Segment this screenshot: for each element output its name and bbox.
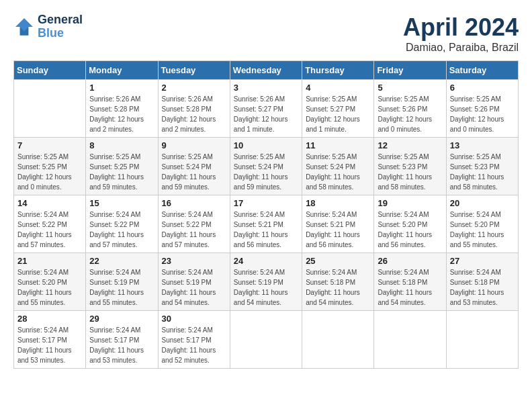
day-detail: Sunrise: 5:24 AMSunset: 5:18 PMDaylight:… — [306, 267, 370, 308]
day-cell: 23Sunrise: 5:24 AMSunset: 5:19 PMDayligh… — [158, 253, 230, 311]
day-number: 2 — [162, 83, 226, 93]
day-number: 19 — [378, 198, 442, 208]
day-cell: 22Sunrise: 5:24 AMSunset: 5:19 PMDayligh… — [86, 253, 158, 311]
day-detail: Sunrise: 5:25 AMSunset: 5:23 PMDaylight:… — [450, 152, 515, 192]
day-detail: Sunrise: 5:26 AMSunset: 5:28 PMDaylight:… — [89, 94, 154, 134]
day-number: 23 — [162, 256, 226, 266]
day-number: 12 — [378, 140, 442, 150]
day-cell — [230, 311, 302, 369]
day-number: 6 — [450, 83, 515, 93]
week-row-5: 28Sunrise: 5:24 AMSunset: 5:17 PMDayligh… — [14, 311, 519, 369]
day-cell: 25Sunrise: 5:24 AMSunset: 5:18 PMDayligh… — [302, 253, 374, 311]
day-detail: Sunrise: 5:25 AMSunset: 5:27 PMDaylight:… — [306, 94, 370, 134]
day-number: 1 — [89, 83, 154, 93]
header-row: SundayMondayTuesdayWednesdayThursdayFrid… — [14, 61, 519, 80]
day-cell: 1Sunrise: 5:26 AMSunset: 5:28 PMDaylight… — [86, 80, 158, 138]
day-number: 9 — [162, 140, 226, 150]
day-number: 25 — [306, 256, 370, 266]
day-detail: Sunrise: 5:25 AMSunset: 5:23 PMDaylight:… — [378, 152, 442, 192]
day-cell: 24Sunrise: 5:24 AMSunset: 5:19 PMDayligh… — [230, 253, 302, 311]
day-detail: Sunrise: 5:24 AMSunset: 5:20 PMDaylight:… — [450, 210, 515, 250]
day-number: 27 — [450, 256, 515, 266]
day-detail: Sunrise: 5:24 AMSunset: 5:19 PMDaylight:… — [234, 267, 298, 308]
day-cell: 27Sunrise: 5:24 AMSunset: 5:18 PMDayligh… — [446, 253, 518, 311]
day-number: 28 — [17, 314, 82, 324]
day-detail: Sunrise: 5:24 AMSunset: 5:21 PMDaylight:… — [234, 210, 298, 250]
day-cell: 17Sunrise: 5:24 AMSunset: 5:21 PMDayligh… — [230, 195, 302, 253]
day-cell: 13Sunrise: 5:25 AMSunset: 5:23 PMDayligh… — [446, 138, 518, 195]
day-detail: Sunrise: 5:24 AMSunset: 5:22 PMDaylight:… — [17, 210, 82, 250]
day-cell — [374, 311, 446, 369]
day-cell — [14, 80, 86, 138]
day-cell: 19Sunrise: 5:24 AMSunset: 5:20 PMDayligh… — [374, 195, 446, 253]
day-cell: 29Sunrise: 5:24 AMSunset: 5:17 PMDayligh… — [86, 311, 158, 369]
day-cell: 7Sunrise: 5:25 AMSunset: 5:25 PMDaylight… — [14, 138, 86, 195]
day-detail: Sunrise: 5:26 AMSunset: 5:27 PMDaylight:… — [234, 94, 298, 134]
day-cell: 3Sunrise: 5:26 AMSunset: 5:27 PMDaylight… — [230, 80, 302, 138]
logo-line2: Blue — [38, 27, 83, 40]
day-cell: 2Sunrise: 5:26 AMSunset: 5:28 PMDaylight… — [158, 80, 230, 138]
day-cell: 6Sunrise: 5:25 AMSunset: 5:26 PMDaylight… — [446, 80, 518, 138]
day-detail: Sunrise: 5:25 AMSunset: 5:24 PMDaylight:… — [306, 152, 370, 192]
day-number: 5 — [378, 83, 442, 93]
header-tuesday: Tuesday — [158, 61, 230, 80]
day-detail: Sunrise: 5:24 AMSunset: 5:21 PMDaylight:… — [306, 210, 370, 250]
day-detail: Sunrise: 5:24 AMSunset: 5:19 PMDaylight:… — [162, 267, 226, 308]
day-detail: Sunrise: 5:24 AMSunset: 5:20 PMDaylight:… — [17, 267, 82, 308]
day-number: 26 — [378, 256, 442, 266]
day-cell — [302, 311, 374, 369]
header-wednesday: Wednesday — [230, 61, 302, 80]
day-detail: Sunrise: 5:25 AMSunset: 5:26 PMDaylight:… — [450, 94, 515, 134]
day-cell: 21Sunrise: 5:24 AMSunset: 5:20 PMDayligh… — [14, 253, 86, 311]
day-detail: Sunrise: 5:25 AMSunset: 5:25 PMDaylight:… — [89, 152, 154, 192]
day-number: 8 — [89, 140, 154, 150]
day-cell: 14Sunrise: 5:24 AMSunset: 5:22 PMDayligh… — [14, 195, 86, 253]
day-detail: Sunrise: 5:25 AMSunset: 5:24 PMDaylight:… — [162, 152, 226, 192]
calendar-title: April 2024 — [403, 13, 519, 42]
day-cell: 15Sunrise: 5:24 AMSunset: 5:22 PMDayligh… — [86, 195, 158, 253]
calendar-table: SundayMondayTuesdayWednesdayThursdayFrid… — [13, 60, 519, 369]
day-number: 15 — [89, 198, 154, 208]
day-number: 29 — [89, 314, 154, 324]
day-detail: Sunrise: 5:25 AMSunset: 5:25 PMDaylight:… — [17, 152, 82, 192]
day-detail: Sunrise: 5:24 AMSunset: 5:22 PMDaylight:… — [89, 210, 154, 250]
day-number: 7 — [17, 140, 82, 150]
day-cell: 18Sunrise: 5:24 AMSunset: 5:21 PMDayligh… — [302, 195, 374, 253]
day-number: 4 — [306, 83, 370, 93]
day-number: 30 — [162, 314, 226, 324]
day-cell: 11Sunrise: 5:25 AMSunset: 5:24 PMDayligh… — [302, 138, 374, 195]
day-number: 3 — [234, 83, 298, 93]
header-friday: Friday — [374, 61, 446, 80]
day-detail: Sunrise: 5:24 AMSunset: 5:22 PMDaylight:… — [162, 210, 226, 250]
logo-line1: General — [38, 13, 83, 27]
week-row-3: 14Sunrise: 5:24 AMSunset: 5:22 PMDayligh… — [14, 195, 519, 253]
day-cell: 5Sunrise: 5:25 AMSunset: 5:26 PMDaylight… — [374, 80, 446, 138]
day-detail: Sunrise: 5:24 AMSunset: 5:20 PMDaylight:… — [378, 210, 442, 250]
day-detail: Sunrise: 5:24 AMSunset: 5:18 PMDaylight:… — [378, 267, 442, 308]
day-number: 16 — [162, 198, 226, 208]
day-cell: 30Sunrise: 5:24 AMSunset: 5:17 PMDayligh… — [158, 311, 230, 369]
day-number: 21 — [17, 256, 82, 266]
logo-icon — [13, 16, 35, 38]
svg-marker-1 — [15, 18, 33, 31]
day-cell: 8Sunrise: 5:25 AMSunset: 5:25 PMDaylight… — [86, 138, 158, 195]
header-sunday: Sunday — [14, 61, 86, 80]
day-cell: 16Sunrise: 5:24 AMSunset: 5:22 PMDayligh… — [158, 195, 230, 253]
day-number: 17 — [234, 198, 298, 208]
day-cell: 9Sunrise: 5:25 AMSunset: 5:24 PMDaylight… — [158, 138, 230, 195]
day-detail: Sunrise: 5:24 AMSunset: 5:17 PMDaylight:… — [89, 325, 154, 365]
day-detail: Sunrise: 5:24 AMSunset: 5:17 PMDaylight:… — [17, 325, 82, 365]
page-header: General Blue April 2024 Damiao, Paraiba,… — [13, 13, 519, 54]
header-thursday: Thursday — [302, 61, 374, 80]
day-number: 14 — [17, 198, 82, 208]
day-detail: Sunrise: 5:25 AMSunset: 5:24 PMDaylight:… — [234, 152, 298, 192]
day-number: 13 — [450, 140, 515, 150]
day-detail: Sunrise: 5:24 AMSunset: 5:17 PMDaylight:… — [162, 325, 226, 365]
day-detail: Sunrise: 5:24 AMSunset: 5:19 PMDaylight:… — [89, 267, 154, 308]
day-detail: Sunrise: 5:24 AMSunset: 5:18 PMDaylight:… — [450, 267, 515, 308]
day-cell: 28Sunrise: 5:24 AMSunset: 5:17 PMDayligh… — [14, 311, 86, 369]
header-monday: Monday — [86, 61, 158, 80]
day-number: 11 — [306, 140, 370, 150]
header-saturday: Saturday — [446, 61, 518, 80]
week-row-1: 1Sunrise: 5:26 AMSunset: 5:28 PMDaylight… — [14, 80, 519, 138]
